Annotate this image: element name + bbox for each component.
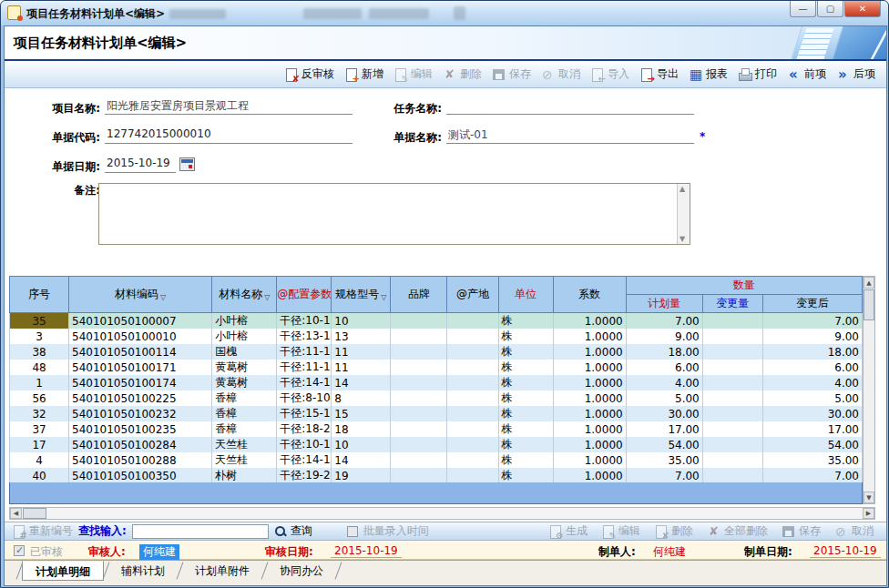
cell-plan[interactable]: 18.00: [626, 344, 702, 360]
cell-plan[interactable]: 6.00: [626, 360, 702, 375]
cell-name[interactable]: 香樟: [212, 390, 277, 406]
cell-spec[interactable]: 8: [332, 390, 391, 406]
cell-change[interactable]: [702, 421, 762, 437]
cell-name[interactable]: 香樟: [212, 421, 277, 437]
cell-name[interactable]: 小叶榕: [212, 329, 277, 344]
cell-spec[interactable]: 19: [332, 468, 391, 484]
tab-detail[interactable]: 计划单明细: [22, 561, 104, 581]
cell-code[interactable]: 540101050100174: [69, 375, 212, 390]
cell-coeff[interactable]: 1.0000: [553, 360, 626, 375]
cell-seq[interactable]: 56: [10, 390, 69, 406]
cell-plan[interactable]: 9.00: [626, 329, 702, 344]
cell-brand[interactable]: [391, 360, 447, 375]
cell-unit[interactable]: 株: [498, 344, 553, 360]
cell-param[interactable]: 干径:13-15cm: [277, 329, 332, 344]
cell-after[interactable]: 7.00: [762, 468, 862, 484]
next-button[interactable]: 后项: [836, 66, 875, 82]
audit-date-value[interactable]: 2015-10-19: [331, 544, 402, 558]
doc-date-field[interactable]: 2015-10-19: [105, 157, 176, 173]
cell-origin[interactable]: [447, 329, 498, 344]
cell-origin[interactable]: [447, 375, 498, 390]
cell-code[interactable]: 540101050100171: [69, 360, 212, 375]
cell-unit[interactable]: 株: [498, 375, 553, 390]
cell-param[interactable]: 干径:11-12cm: [277, 344, 332, 360]
cell-origin[interactable]: [447, 437, 498, 452]
cell-code[interactable]: 540101050100284: [69, 437, 212, 452]
cell-origin[interactable]: [447, 468, 498, 484]
doc-code-field[interactable]: 127742015000010: [105, 127, 353, 144]
cell-plan[interactable]: 54.00: [626, 437, 702, 452]
cell-param[interactable]: 干径:15-16cm: [277, 406, 332, 421]
cell-coeff[interactable]: 1.0000: [553, 421, 626, 437]
cell-seq[interactable]: 17: [10, 437, 69, 452]
scroll-down-icon[interactable]: ▼: [863, 492, 874, 503]
cell-coeff[interactable]: 1.0000: [553, 313, 626, 329]
cell-plan[interactable]: 4.00: [626, 375, 702, 390]
table-row[interactable]: 4540101050100288天竺桂干径:14-15cm14株1.000035…: [10, 452, 863, 468]
col-header-spec[interactable]: 规格型号▽: [332, 277, 391, 313]
cell-spec[interactable]: 10: [332, 437, 391, 452]
cell-after[interactable]: 5.00: [762, 390, 862, 406]
prev-button[interactable]: 前项: [787, 66, 826, 82]
cell-unit[interactable]: 株: [498, 421, 553, 437]
col-header-brand[interactable]: 品牌: [391, 277, 447, 313]
cell-brand[interactable]: [391, 375, 447, 390]
cell-param[interactable]: 干径:10-12cm: [277, 437, 332, 452]
cell-plan[interactable]: 5.00: [626, 390, 702, 406]
close-button[interactable]: ✕: [844, 1, 881, 17]
cell-param[interactable]: 干径:10-12cm: [277, 313, 332, 329]
col-header-after[interactable]: 变更后: [762, 295, 862, 313]
cell-origin[interactable]: [447, 390, 498, 406]
cell-brand[interactable]: [391, 344, 447, 360]
cell-plan[interactable]: 7.00: [626, 313, 702, 329]
project-name-field[interactable]: 阳光雅居安置房项目景观工程: [105, 98, 353, 115]
col-header-change[interactable]: 变更量: [702, 295, 762, 313]
cell-seq[interactable]: 35: [10, 313, 69, 329]
unapprove-button[interactable]: ✘反审核: [284, 66, 334, 82]
cell-origin[interactable]: [447, 452, 498, 468]
cell-change[interactable]: [702, 344, 762, 360]
cell-spec[interactable]: 14: [332, 375, 391, 390]
tab-collab[interactable]: 协同办公: [267, 561, 336, 581]
filter-icon[interactable]: ▽: [160, 293, 166, 301]
cell-code[interactable]: 540101050100010: [69, 329, 212, 344]
create-date-value[interactable]: 2015-10-19: [810, 544, 881, 558]
cell-origin[interactable]: [447, 344, 498, 360]
cell-change[interactable]: [702, 329, 762, 344]
table-row[interactable]: 40540101050100350朴树干径:19-20cm19株1.00007.…: [10, 468, 863, 484]
col-header-param[interactable]: @配置参数▽: [277, 277, 332, 313]
cell-origin[interactable]: [447, 360, 498, 375]
cell-after[interactable]: 18.00: [762, 344, 862, 360]
export-button[interactable]: →导出: [639, 66, 679, 82]
table-row[interactable]: 3540101050100010小叶榕干径:13-15cm13株1.00009.…: [10, 329, 863, 344]
scrollbar-thumb[interactable]: [23, 508, 46, 519]
cell-change[interactable]: [702, 406, 762, 421]
table-row[interactable]: 38540101050100114国槐干径:11-12cm11株1.000018…: [10, 344, 863, 360]
cell-param[interactable]: 干径:8-10cm: [277, 390, 332, 406]
search-input[interactable]: [132, 524, 269, 539]
cell-name[interactable]: 黄葛树: [212, 375, 277, 390]
cell-after[interactable]: 7.00: [762, 313, 862, 329]
maximize-button[interactable]: ▢: [817, 1, 843, 17]
cell-origin[interactable]: [447, 406, 498, 421]
cell-spec[interactable]: 18: [332, 421, 391, 437]
cell-unit[interactable]: 株: [498, 329, 553, 344]
query-button[interactable]: 查询: [274, 523, 312, 539]
vertical-scrollbar[interactable]: ▲ ▼: [863, 276, 875, 504]
cell-code[interactable]: 540101050100114: [69, 344, 212, 360]
cell-param[interactable]: 干径:18-20cm: [277, 421, 332, 437]
cell-after[interactable]: 30.00: [762, 406, 862, 421]
cell-param[interactable]: 干径:14-15cm: [277, 375, 332, 390]
col-header-name[interactable]: 材料名称▽: [212, 277, 277, 313]
col-header-coeff[interactable]: 系数: [553, 277, 626, 313]
cell-coeff[interactable]: 1.0000: [553, 437, 626, 452]
cell-unit[interactable]: 株: [498, 468, 553, 484]
tab-attachment[interactable]: 计划单附件: [182, 561, 262, 581]
cell-code[interactable]: 540101050100235: [69, 421, 212, 437]
horizontal-scrollbar[interactable]: ◀ ▶: [9, 507, 875, 520]
cell-coeff[interactable]: 1.0000: [553, 329, 626, 344]
table-row[interactable]: 1540101050100174黄葛树干径:14-15cm14株1.00004.…: [10, 375, 863, 390]
cell-param[interactable]: 干径:19-20cm: [277, 468, 332, 484]
remark-textarea[interactable]: ▲ ▼: [98, 183, 690, 245]
cell-coeff[interactable]: 1.0000: [553, 344, 626, 360]
